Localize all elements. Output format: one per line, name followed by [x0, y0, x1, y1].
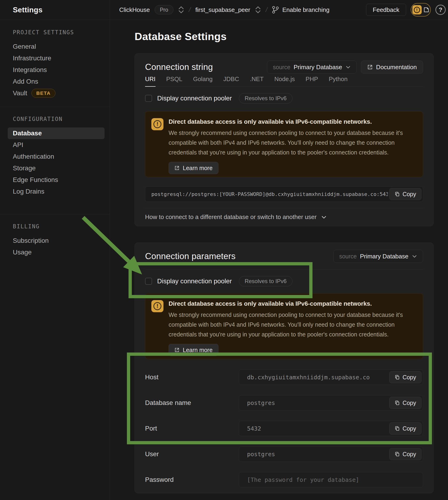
copy-icon: [395, 426, 400, 431]
sidebar-item-integrations[interactable]: Integrations: [0, 64, 110, 76]
copy-icon: [395, 451, 400, 457]
how-to-connect-toggle[interactable]: How to connect to a different database o…: [145, 208, 423, 226]
tab-python[interactable]: Python: [329, 75, 348, 86]
host-label: Host: [145, 369, 239, 385]
copy-icon: [395, 375, 400, 380]
beta-badge: BETA: [32, 89, 56, 98]
git-branch-icon: [272, 6, 279, 14]
tab-php[interactable]: PHP: [305, 75, 318, 86]
sidebar-item-log-drains[interactable]: Log Drains: [0, 186, 110, 197]
tab-jdbc[interactable]: JDBC: [223, 75, 239, 86]
org-alert-pill[interactable]: !: [411, 3, 431, 17]
sidebar-divider-2: [0, 214, 110, 214]
warning-body-line: We strongly recommend using connection p…: [169, 128, 403, 138]
tab-golang[interactable]: Golang: [193, 75, 213, 86]
enable-branching-button[interactable]: Enable branching: [272, 6, 329, 14]
sidebar-section-project-settings: PROJECT SETTINGS: [0, 29, 110, 36]
warning-body-line: We strongly recommend using connection p…: [169, 310, 403, 320]
connection-string-title: Connection string: [145, 62, 213, 72]
breadcrumb-separator: /: [188, 6, 192, 14]
source-select[interactable]: source Primary Database: [267, 61, 357, 74]
database-name-label: Database name: [145, 395, 239, 411]
warning-body-line: credentials that you're using in your ap…: [169, 330, 403, 339]
help-icon[interactable]: ?: [435, 5, 446, 15]
learn-more-button-2[interactable]: Learn more: [169, 344, 218, 356]
display-connection-pooler-checkbox[interactable]: [145, 95, 152, 102]
copy-connection-string-button[interactable]: Copy: [389, 188, 421, 200]
chevron-down-icon: [321, 214, 327, 220]
sidebar-item-vault-label: Vault: [13, 87, 27, 99]
feedback-button[interactable]: Feedback: [366, 4, 406, 16]
copy-icon: [395, 400, 400, 405]
org-selector-icon[interactable]: [178, 6, 184, 14]
sidebar-item-storage[interactable]: Storage: [0, 162, 110, 174]
documentation-button[interactable]: Documentation: [361, 61, 423, 74]
resolves-to-ipv6-badge-2: Resolves to IPv6: [239, 276, 292, 286]
warning-title: Direct database access is only available…: [169, 300, 403, 307]
copy-host-button[interactable]: Copy: [389, 371, 421, 383]
external-link-icon: [175, 347, 179, 352]
tab-psql[interactable]: PSQL: [166, 75, 182, 86]
sidebar-item-edge-functions[interactable]: Edge Functions: [0, 174, 110, 186]
sidebar-section-billing: BILLING: [0, 223, 110, 230]
plan-badge: Pro: [155, 5, 174, 15]
billing-doc-icon: [423, 7, 429, 13]
password-input[interactable]: [239, 472, 423, 487]
tab-nodejs[interactable]: Node.js: [274, 75, 295, 86]
param-row-password: Password: [145, 472, 423, 487]
header-actions: Feedback ! ?: [366, 3, 448, 17]
tab-dotnet[interactable]: .NET: [250, 75, 264, 86]
user-label: User: [145, 446, 239, 462]
sidebar-item-database[interactable]: Database: [8, 127, 105, 139]
connection-string-input[interactable]: [145, 187, 423, 201]
warning-body-line: credentials that you're using in your ap…: [169, 148, 403, 157]
sidebar-item-api[interactable]: API: [0, 139, 110, 151]
sidebar-item-infrastructure[interactable]: Infrastructure: [0, 52, 110, 64]
ipv6-warning-2: ! Direct database access is only availab…: [145, 293, 423, 359]
sidebar-item-vault[interactable]: Vault BETA: [0, 87, 110, 99]
display-connection-pooler-label: Display connection pooler: [157, 95, 232, 102]
sidebar-item-add-ons[interactable]: Add Ons: [0, 76, 110, 87]
sidebar-item-general[interactable]: General: [0, 41, 110, 52]
enable-branching-label: Enable branching: [282, 6, 329, 14]
param-row-port: Port Copy: [145, 421, 423, 436]
copy-database-name-button[interactable]: Copy: [389, 397, 421, 409]
copy-label: Copy: [403, 374, 416, 381]
source-selected-value: Primary Database: [360, 253, 408, 260]
connection-string-tabs: URI PSQL Golang JDBC .NET Node.js PHP Py…: [145, 75, 423, 87]
copy-label: Copy: [403, 400, 416, 406]
copy-label: Copy: [403, 451, 416, 458]
copy-user-button[interactable]: Copy: [389, 448, 421, 460]
sidebar-item-usage[interactable]: Usage: [0, 247, 110, 258]
sidebar-section-configuration: CONFIGURATION: [0, 116, 110, 122]
warning-alert-icon: !: [151, 118, 163, 130]
tab-uri[interactable]: URI: [145, 75, 156, 86]
password-field: [239, 472, 423, 487]
project-selector-icon[interactable]: [255, 6, 261, 14]
sidebar-divider: [0, 107, 110, 107]
settings-header-zone: Settings: [0, 0, 110, 19]
copy-label: Copy: [403, 425, 416, 432]
copy-port-button[interactable]: Copy: [389, 422, 421, 434]
sidebar-item-authentication[interactable]: Authentication: [0, 151, 110, 162]
source-select-parameters[interactable]: source Primary Database: [334, 250, 423, 263]
display-connection-pooler-checkbox-2[interactable]: [145, 278, 152, 285]
param-row-user: User Copy: [145, 446, 423, 462]
learn-more-button[interactable]: Learn more: [169, 162, 218, 174]
connection-parameters-title: Connection parameters: [145, 251, 236, 261]
breadcrumb-project[interactable]: first_supabase_peer: [195, 6, 250, 14]
warning-alert-icon: !: [151, 300, 163, 312]
sidebar-item-subscription[interactable]: Subscription: [0, 235, 110, 247]
port-label: Port: [145, 421, 239, 436]
chevron-down-icon: [345, 64, 351, 70]
breadcrumb-org[interactable]: ClickHouse: [119, 6, 150, 14]
resolves-to-ipv6-badge: Resolves to IPv6: [239, 93, 292, 103]
main-content: Database Settings Connection string sour…: [110, 20, 448, 500]
port-field: Copy: [239, 421, 423, 436]
param-row-host: Host Copy: [145, 369, 423, 385]
connection-string-card: Connection string source Primary Databas…: [135, 53, 433, 226]
page-title: Database Settings: [135, 30, 448, 44]
warning-body-line: compatible with both IPv4 and IPv6 netwo…: [169, 320, 403, 330]
copy-label: Copy: [403, 191, 416, 198]
source-prefix-label: source: [273, 64, 290, 71]
